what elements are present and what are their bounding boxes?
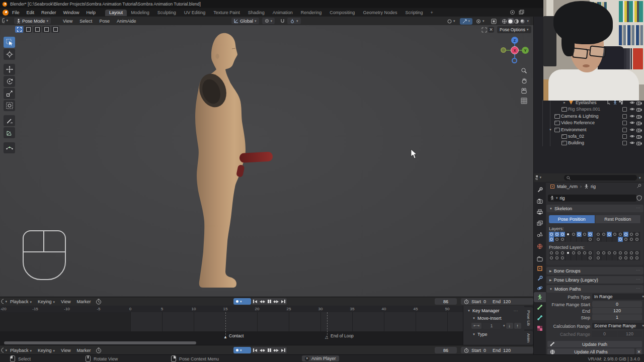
armature-layer-toggle[interactable] (588, 232, 593, 237)
protected-layer-toggle[interactable] (612, 255, 618, 260)
properties-tab-output[interactable] (534, 207, 546, 217)
breadcrumb-object[interactable]: Male_Arm (557, 184, 578, 189)
blender-menu-logo[interactable] (3, 10, 9, 16)
pivot-point-icon[interactable]: ▾ (262, 18, 275, 24)
tab-pose-lib[interactable]: Pose Lib (524, 307, 533, 329)
rotate-tool-button[interactable] (4, 76, 15, 87)
motion-paths-panel-header[interactable]: ▼Motion Paths⋯ (546, 285, 643, 293)
bone-groups-panel-header[interactable]: ▶Bone Groups⋯ (546, 267, 643, 275)
frame-step-icon[interactable]: ⇤⇥ (471, 323, 481, 329)
scene-selector-icon[interactable] (509, 9, 515, 15)
gizmo-z-negative[interactable] (512, 58, 517, 63)
pose-model-mesh[interactable] (189, 31, 284, 290)
timeline-menu-marker[interactable]: Marker (73, 348, 94, 353)
gizmo-x-axis[interactable]: X (511, 46, 519, 54)
outliner-item-label[interactable]: Camera & Lighting (561, 114, 599, 119)
protected-layer-toggle[interactable] (588, 250, 593, 255)
properties-filter-icon[interactable]: ▾ (639, 176, 641, 180)
armature-layer-toggle[interactable] (596, 232, 601, 237)
snap-target-icon[interactable]: ▾ (460, 18, 473, 25)
properties-tab-collection[interactable] (534, 254, 546, 264)
outliner-item-label[interactable]: Video Reference (561, 120, 595, 125)
workspace-tab-animation[interactable]: Animation (269, 10, 297, 16)
move-insert-header[interactable]: ▼ Move-Insert (463, 313, 525, 321)
armature-layer-toggle[interactable] (607, 232, 612, 237)
workspace-tab-sculpting[interactable]: Sculpting (153, 10, 180, 16)
armature-layer-toggle[interactable] (596, 237, 601, 242)
pause-button[interactable] (266, 347, 273, 353)
breadcrumb-data[interactable]: rig (591, 184, 596, 189)
gizmo-z-positive[interactable]: Z (511, 37, 518, 44)
workspace-tab-geometry-nodes[interactable]: Geometry Nodes (359, 10, 401, 16)
hide-eye-icon[interactable] (629, 101, 635, 106)
workspace-tab-layout[interactable]: Layout (105, 10, 127, 16)
armature-layer-toggle[interactable] (560, 237, 566, 242)
start-value[interactable]: 0 (484, 299, 486, 304)
properties-tab-view-layer[interactable] (534, 218, 546, 228)
properties-tab-bone[interactable] (534, 302, 546, 312)
pose-options-panel[interactable]: Pose Options▾ (497, 26, 531, 33)
hide-eye-icon[interactable] (629, 134, 635, 139)
pause-button[interactable] (266, 299, 273, 305)
timeline-stopwatch-icon[interactable] (96, 299, 102, 305)
protected-layer-toggle[interactable] (588, 255, 593, 260)
protected-layer-toggle[interactable] (601, 255, 607, 260)
protected-layer-toggle[interactable] (549, 255, 554, 260)
gizmo-toggle-icon[interactable] (481, 27, 487, 33)
armature-layer-toggle[interactable] (566, 237, 571, 242)
navigation-gizmo[interactable]: Z Y X (501, 38, 529, 63)
timeline-menu-view[interactable]: View (58, 299, 73, 304)
insert-dropdown-icon[interactable]: ▾ (503, 324, 505, 328)
workspace-tab-texture-paint[interactable]: Texture Paint (209, 10, 244, 16)
protected-layer-toggle[interactable] (618, 250, 623, 255)
view-layer-selector-icon[interactable] (518, 9, 524, 15)
select-extend-mode-icon[interactable] (51, 26, 59, 33)
outliner-row-sofa-02[interactable]: sofa_02 (534, 133, 644, 140)
gizmo-y-negative[interactable] (501, 47, 506, 53)
next-keyframe-button[interactable] (273, 347, 280, 353)
add-workspace-button[interactable]: + (427, 10, 436, 15)
properties-tab-texture[interactable] (534, 323, 546, 333)
skeleton-panel-header[interactable]: ▼Skeleton ⋯ (546, 205, 643, 212)
end-value[interactable]: 120 (503, 348, 511, 353)
jump-to-end-button[interactable] (280, 347, 287, 353)
marker-label-contact[interactable]: Contact (229, 333, 244, 338)
outliner-item-label[interactable]: Rig Shapes.001 (568, 107, 600, 112)
armature-layer-toggle[interactable] (607, 237, 612, 242)
armature-layer-toggle[interactable] (634, 232, 640, 237)
select-box-mode-icon[interactable] (24, 26, 32, 33)
key-manager-header[interactable]: ▼ Key Manager ⋯ (463, 306, 525, 313)
protected-layer-toggle[interactable] (577, 255, 582, 260)
auto-keying-button[interactable]: ▾ (233, 298, 251, 305)
timeline-menu-view[interactable]: View (58, 348, 73, 353)
protected-layer-toggle[interactable] (601, 250, 607, 255)
properties-tab-object[interactable] (534, 263, 546, 274)
shading-material-icon[interactable] (514, 18, 520, 24)
xray-toggle-icon[interactable] (491, 18, 497, 24)
proportional-editing-icon[interactable]: ▾ (445, 18, 458, 25)
timeline-editor[interactable]: ▾Playback▾Keying▾ViewMarker▾86Start0End1… (0, 297, 533, 345)
disable-render-camera-icon[interactable] (636, 101, 642, 106)
snapping-options-icon[interactable]: ▾ (287, 18, 301, 24)
armature-layer-toggle[interactable] (623, 237, 629, 242)
mp-field-frame-range-start[interactable]: 0 (592, 301, 642, 307)
type-section-header[interactable]: ▼ Type (463, 329, 525, 337)
armature-layer-toggle[interactable] (623, 232, 629, 237)
protected-layer-toggle[interactable] (554, 250, 560, 255)
outliner-item-label[interactable]: Eyelashes (576, 100, 597, 105)
viewport-menu-pose[interactable]: Pose (96, 19, 113, 24)
datablock-name-field[interactable]: ▾ rig (548, 195, 636, 202)
hide-eye-icon[interactable] (629, 121, 635, 126)
properties-tab-physics[interactable] (534, 283, 546, 293)
scrollbar-thumb[interactable] (4, 341, 196, 344)
stop-player-icon[interactable]: ✕ (305, 356, 309, 361)
hide-eye-icon[interactable] (629, 107, 635, 112)
pose-state-icon[interactable] (613, 100, 617, 106)
pin-icon[interactable] (636, 184, 641, 190)
start-value[interactable]: 0 (484, 348, 486, 353)
viewport-menu-animaide[interactable]: AnimAide (113, 19, 140, 24)
timeline-stopwatch-icon[interactable] (96, 347, 102, 353)
disable-render-camera-icon[interactable] (636, 107, 642, 113)
timeline-menu-keying[interactable]: Keying▾ (35, 299, 58, 304)
prev-keyframe-button[interactable] (259, 347, 266, 353)
